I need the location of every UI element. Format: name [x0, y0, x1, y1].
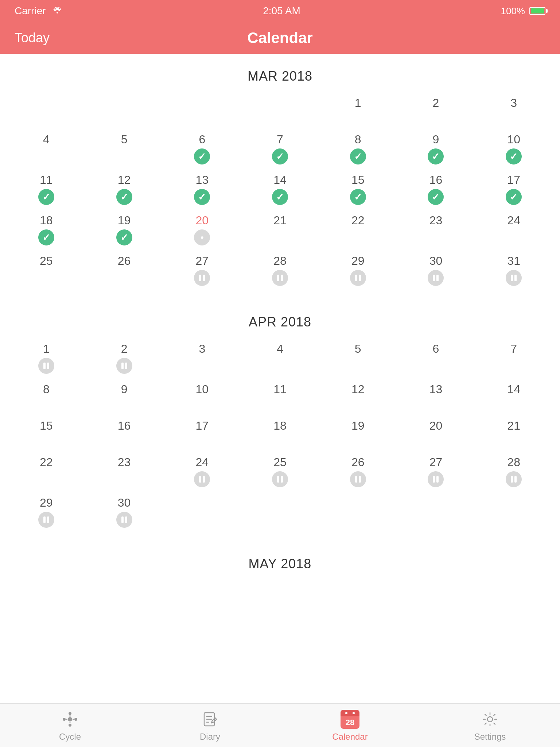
calendar-day — [7, 93, 85, 129]
pause-icon — [506, 471, 522, 487]
calendar-day[interactable]: 22 — [7, 452, 85, 492]
svg-point-0 — [68, 717, 72, 721]
calendar-day[interactable]: 12 — [319, 379, 397, 415]
calendar-day[interactable]: 30 — [85, 492, 163, 533]
calendar-day[interactable]: 15 — [7, 415, 85, 452]
calendar-day[interactable]: 24 — [475, 210, 553, 251]
calendar-day[interactable]: 28 — [475, 452, 553, 492]
calendar-day[interactable]: 2 — [397, 93, 475, 129]
calendar-day[interactable]: 17 — [163, 415, 241, 452]
pause-icon — [116, 358, 132, 374]
calendar-day[interactable]: 6 — [397, 338, 475, 379]
calendar-day[interactable]: 3 — [163, 338, 241, 379]
calendar-day[interactable]: 20 — [163, 210, 241, 251]
today-button[interactable]: Today — [15, 30, 50, 46]
calendar-day[interactable]: 1 — [7, 338, 85, 379]
diary-icon — [200, 709, 220, 729]
tab-calendar[interactable]: 28 Calendar — [280, 709, 420, 742]
calendar-day[interactable]: 23 — [85, 452, 163, 492]
calendar-day[interactable]: 12 — [85, 170, 163, 210]
calendar-day[interactable]: 20 — [397, 415, 475, 452]
tab-cycle[interactable]: Cycle — [0, 709, 140, 742]
calendar-day[interactable]: 18 — [241, 415, 319, 452]
calendar-day[interactable]: 15 — [319, 170, 397, 210]
calendar-day[interactable]: 28 — [241, 251, 319, 291]
pause-icon — [350, 471, 366, 487]
march-header: MAR 2018 — [7, 54, 553, 93]
settings-icon — [480, 709, 500, 729]
calendar-day[interactable]: 25 — [241, 452, 319, 492]
pause-icon — [194, 270, 210, 286]
calendar-day[interactable]: 21 — [241, 210, 319, 251]
calendar-scroll: MAR 2018 1234567891011121314151617181920… — [0, 54, 560, 703]
calendar-day[interactable]: 18 — [7, 210, 85, 251]
check-icon — [350, 148, 366, 165]
tab-cycle-label: Cycle — [59, 732, 81, 742]
calendar-day[interactable]: 13 — [163, 170, 241, 210]
check-icon — [38, 229, 54, 245]
calendar-day[interactable]: 19 — [85, 210, 163, 251]
pause-icon — [506, 270, 522, 286]
calendar-day[interactable]: 8 — [319, 129, 397, 170]
calendar-day[interactable]: 10 — [163, 379, 241, 415]
calendar-day[interactable]: 2 — [85, 338, 163, 379]
calendar-day[interactable]: 13 — [397, 379, 475, 415]
calendar-day[interactable]: 14 — [475, 379, 553, 415]
pause-icon — [272, 471, 288, 487]
svg-point-4 — [69, 724, 71, 727]
calendar-day[interactable]: 1 — [319, 93, 397, 129]
calendar-day[interactable]: 9 — [397, 129, 475, 170]
calendar-day[interactable]: 10 — [475, 129, 553, 170]
april-header: APR 2018 — [7, 300, 553, 338]
calendar-day — [397, 492, 475, 533]
calendar-day[interactable]: 7 — [241, 129, 319, 170]
calendar-day[interactable]: 14 — [241, 170, 319, 210]
calendar-day[interactable]: 16 — [85, 415, 163, 452]
status-time: 2:05 AM — [263, 5, 300, 17]
calendar-day[interactable]: 11 — [7, 170, 85, 210]
tab-calendar-label: Calendar — [332, 732, 368, 742]
calendar-day[interactable]: 4 — [241, 338, 319, 379]
svg-point-2 — [74, 718, 77, 721]
calendar-day[interactable]: 8 — [7, 379, 85, 415]
calendar-day[interactable]: 23 — [397, 210, 475, 251]
march-section: MAR 2018 1234567891011121314151617181920… — [0, 54, 560, 291]
calendar-day[interactable]: 4 — [7, 129, 85, 170]
calendar-day[interactable]: 29 — [7, 492, 85, 533]
calendar-day[interactable]: 27 — [163, 251, 241, 291]
calendar-day — [241, 492, 319, 533]
april-grid: 1234567891011121314151617181920212223242… — [7, 338, 553, 533]
calendar-day[interactable]: 30 — [397, 251, 475, 291]
calendar-day[interactable]: 26 — [319, 452, 397, 492]
calendar-day[interactable]: 7 — [475, 338, 553, 379]
check-icon — [428, 148, 444, 165]
calendar-day[interactable]: 5 — [85, 129, 163, 170]
calendar-icon: 28 — [340, 709, 360, 729]
calendar-day[interactable]: 29 — [319, 251, 397, 291]
calendar-day[interactable]: 21 — [475, 415, 553, 452]
battery-icon — [529, 7, 545, 15]
pause-icon — [116, 512, 132, 528]
check-icon — [194, 189, 210, 205]
calendar-day[interactable]: 6 — [163, 129, 241, 170]
status-left: Carrier — [15, 5, 63, 17]
calendar-day[interactable]: 3 — [475, 93, 553, 129]
calendar-day[interactable]: 27 — [397, 452, 475, 492]
calendar-day[interactable]: 31 — [475, 251, 553, 291]
tab-settings[interactable]: Settings — [420, 709, 560, 742]
calendar-day[interactable]: 11 — [241, 379, 319, 415]
tab-diary[interactable]: Diary — [140, 709, 280, 742]
calendar-day[interactable]: 9 — [85, 379, 163, 415]
calendar-day[interactable]: 26 — [85, 251, 163, 291]
calendar-day[interactable]: 24 — [163, 452, 241, 492]
calendar-day[interactable]: 22 — [319, 210, 397, 251]
svg-point-13 — [487, 717, 493, 722]
calendar-day[interactable]: 5 — [319, 338, 397, 379]
pause-icon — [38, 358, 54, 374]
svg-point-1 — [63, 718, 66, 721]
calendar-day — [85, 93, 163, 129]
calendar-day[interactable]: 17 — [475, 170, 553, 210]
calendar-day[interactable]: 16 — [397, 170, 475, 210]
calendar-day[interactable]: 19 — [319, 415, 397, 452]
calendar-day[interactable]: 25 — [7, 251, 85, 291]
